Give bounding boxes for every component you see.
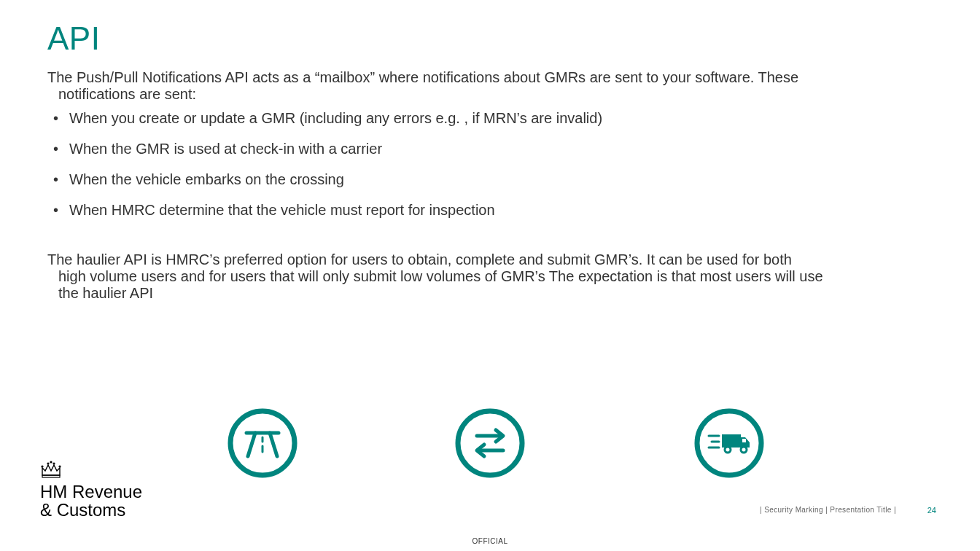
footer-meta: | Security Marking | Presentation Title … [760, 506, 896, 514]
svg-line-3 [270, 433, 277, 456]
arrows-swap-icon [454, 407, 526, 480]
bullet-list: When you create or update a GMR (includi… [47, 109, 930, 232]
svg-rect-10 [722, 434, 741, 448]
svg-rect-22 [42, 475, 60, 477]
slide-title: API [47, 20, 100, 57]
svg-point-19 [52, 462, 55, 464]
closing-line-2: high volume users and for users that wil… [47, 268, 930, 285]
bullet-item: When the vehicle embarks on the crossing [47, 171, 930, 188]
intro-line-1: The Push/Pull Notifications API acts as … [47, 69, 798, 85]
classification-label: OFFICIAL [472, 537, 508, 545]
logo-text: HM Revenue & Customs [40, 482, 157, 519]
slide: API The Push/Pull Notifications API acts… [0, 0, 980, 551]
bullet-item: When you create or update a GMR (includi… [47, 109, 930, 127]
road-icon [226, 407, 299, 480]
svg-rect-16 [742, 439, 746, 442]
intro-text: The Push/Pull Notifications API acts as … [47, 69, 930, 103]
closing-line-3: the haulier API [47, 285, 930, 302]
closing-line-1: The haulier API is HMRC’s preferred opti… [47, 251, 792, 267]
bullet-item: When HMRC determine that the vehicle mus… [47, 201, 930, 219]
logo-line-2: & Customs [40, 501, 157, 519]
svg-point-6 [458, 411, 522, 475]
svg-point-21 [50, 461, 52, 463]
bullet-item: When the GMR is used at check-in with a … [47, 140, 930, 157]
svg-point-12 [741, 447, 747, 453]
svg-point-11 [725, 447, 731, 453]
svg-point-0 [230, 411, 295, 475]
hmrc-logo: HM Revenue & Customs [40, 459, 157, 519]
truck-icon [693, 407, 766, 480]
svg-point-20 [58, 465, 61, 467]
closing-text: The haulier API is HMRC’s preferred opti… [47, 251, 930, 302]
svg-line-2 [248, 433, 255, 456]
svg-point-17 [41, 465, 43, 467]
svg-point-18 [47, 462, 49, 464]
crown-icon [40, 459, 62, 480]
page-number: 24 [928, 506, 936, 515]
intro-line-2: notifications are sent: [47, 86, 930, 103]
logo-line-1: HM Revenue [40, 482, 157, 501]
